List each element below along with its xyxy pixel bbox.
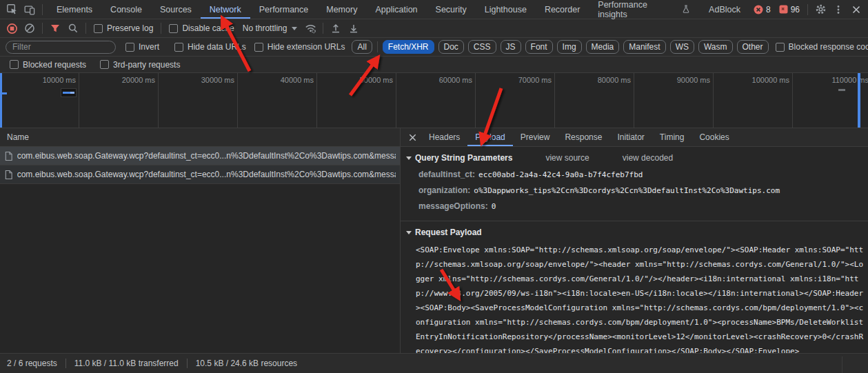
issues-badge[interactable]: 96 (775, 5, 804, 14)
tab-lighthouse[interactable]: Lighthouse (476, 0, 536, 19)
tab-security[interactable]: Security (427, 0, 476, 19)
view-source-link[interactable]: view source (545, 153, 589, 163)
network-main-area: Name com.eibus.web.soap.Gateway.wcp?defa… (0, 128, 868, 353)
settings-gear-icon[interactable] (811, 1, 829, 18)
timeline-tick: 60000 ms (396, 73, 475, 84)
request-payload-xml: <SOAP:Envelope xmlns:SOAP="http://schema… (401, 241, 868, 353)
details-tab-payload[interactable]: Payload (467, 128, 512, 146)
chip-js[interactable]: JS (501, 40, 521, 54)
details-tab-preview[interactable]: Preview (513, 128, 558, 146)
chip-other[interactable]: Other (737, 40, 769, 54)
chip-wasm[interactable]: Wasm (698, 40, 733, 54)
timeline-tick: 10000 ms (0, 73, 79, 84)
chip-css[interactable]: CSS (468, 40, 496, 54)
import-har-icon[interactable] (345, 20, 363, 37)
overview-left-handle[interactable] (0, 73, 2, 128)
details-tab-initiator[interactable]: Initiator (609, 128, 652, 146)
disable-cache-label[interactable]: Disable cache (182, 23, 234, 33)
query-string-title[interactable]: Query String Parameters (415, 153, 512, 163)
record-network-log-button[interactable] (3, 20, 21, 37)
details-tab-timing[interactable]: Timing (652, 128, 692, 146)
chip-font[interactable]: Font (525, 40, 553, 54)
divider (377, 41, 378, 52)
preserve-log-checkbox[interactable] (94, 24, 103, 33)
tabbar-left-icons (0, 0, 48, 19)
view-decoded-link[interactable]: view decoded (623, 153, 673, 163)
network-conditions-icon[interactable] (301, 20, 319, 37)
tab-application[interactable]: Application (366, 0, 426, 19)
tab-memory[interactable]: Memory (317, 0, 366, 19)
divider (161, 23, 161, 34)
blocked-requests-checkbox[interactable] (10, 60, 19, 69)
close-devtools-icon[interactable] (847, 1, 865, 18)
details-tab-response[interactable]: Response (557, 128, 609, 146)
details-tab-headers[interactable]: Headers (421, 128, 467, 146)
invert-checkbox[interactable] (125, 43, 134, 52)
chip-manifest[interactable]: Manifest (623, 40, 665, 54)
param-value: ecc00abd-2a4a-42c4-9a0a-b7f4cfeb7fbd (478, 170, 643, 179)
third-party-label[interactable]: 3rd-party requests (113, 60, 180, 70)
filter-funnel-icon[interactable] (46, 20, 64, 37)
inspect-element-icon[interactable] (3, 1, 21, 18)
tabbar-right: 8 96 (749, 0, 868, 19)
waterfall-mark (838, 89, 845, 91)
network-overview-timeline[interactable]: 10000 ms 20000 ms 30000 ms 40000 ms 5000… (0, 73, 868, 128)
waterfall-mark-box (61, 88, 77, 97)
tab-elements[interactable]: Elements (48, 0, 101, 19)
hide-extension-urls-group: Hide extension URLs (254, 42, 345, 52)
timeline-tick: 100000 ms (714, 73, 792, 84)
tab-recorder[interactable]: Recorder (536, 0, 589, 19)
device-toolbar-icon[interactable] (21, 1, 39, 18)
hide-data-urls-label[interactable]: Hide data URLs (188, 42, 246, 52)
chip-img[interactable]: Img (557, 40, 582, 54)
details-tab-cookies[interactable]: Cookies (692, 128, 736, 146)
request-payload-title[interactable]: Request Payload (415, 228, 482, 237)
waterfall-mark (1, 92, 7, 94)
flask-icon (681, 4, 691, 14)
tab-adblock[interactable]: AdBlock (700, 0, 749, 19)
blocked-response-cookies-label[interactable]: Blocked response cookies (789, 42, 868, 52)
chip-ws[interactable]: WS (670, 40, 694, 54)
blocked-requests-label[interactable]: Blocked requests (23, 60, 86, 70)
tab-performance[interactable]: Performance (250, 0, 318, 19)
clear-network-log-button[interactable] (21, 20, 39, 37)
tab-sources[interactable]: Sources (151, 0, 201, 19)
chip-doc[interactable]: Doc (438, 40, 464, 54)
hide-extension-urls-checkbox[interactable] (254, 43, 263, 52)
request-row[interactable]: com.eibus.web.soap.Gateway.wcp?defaultin… (0, 165, 400, 184)
query-param: organization:o%3Dappworks_tips%2Ccn%3Dco… (401, 183, 868, 199)
timeline-tick: 30000 ms (159, 73, 237, 84)
error-icon (754, 5, 763, 14)
search-icon[interactable] (64, 20, 82, 37)
invert-label[interactable]: Invert (139, 42, 159, 52)
hide-extension-urls-label[interactable]: Hide extension URLs (268, 42, 345, 52)
param-value: o%3Dappworks_tips%2Ccn%3Dcordys%2Ccn%3Dd… (474, 186, 780, 195)
network-filter-bar: Invert Hide data URLs Hide extension URL… (0, 38, 868, 57)
console-errors-badge[interactable]: 8 (749, 5, 775, 14)
overview-right-handle[interactable] (858, 73, 860, 128)
tab-performance-insights[interactable]: Performance insights (589, 0, 700, 19)
chip-media[interactable]: Media (586, 40, 620, 54)
chip-fetch-xhr[interactable]: Fetch/XHR (383, 40, 434, 54)
export-har-icon[interactable] (327, 20, 345, 37)
blocked-response-cookies-checkbox[interactable] (776, 43, 785, 52)
name-column-header[interactable]: Name (0, 128, 400, 147)
document-icon (4, 151, 13, 161)
third-party-checkbox[interactable] (100, 60, 109, 69)
kebab-menu-icon[interactable] (829, 1, 847, 18)
preserve-log-label[interactable]: Preserve log (107, 23, 153, 33)
timeline-tick: 50000 ms (317, 73, 396, 84)
hide-data-urls-checkbox[interactable] (174, 43, 183, 52)
tab-network[interactable]: Network (201, 0, 250, 19)
query-param: messageOptions:0 (401, 199, 868, 214)
close-details-icon[interactable] (403, 128, 421, 146)
chip-all[interactable]: All (352, 40, 372, 54)
throttling-dropdown[interactable]: No throttling (239, 23, 302, 33)
tab-console[interactable]: Console (101, 0, 151, 19)
timeline-tick: 90000 ms (634, 73, 713, 84)
filter-input[interactable] (6, 41, 116, 54)
collapse-triangle-icon[interactable] (406, 231, 412, 234)
collapse-triangle-icon[interactable] (406, 157, 412, 160)
request-row[interactable]: com.eibus.web.soap.Gateway.wcp?defaultin… (0, 147, 400, 165)
disable-cache-checkbox[interactable] (169, 24, 178, 33)
